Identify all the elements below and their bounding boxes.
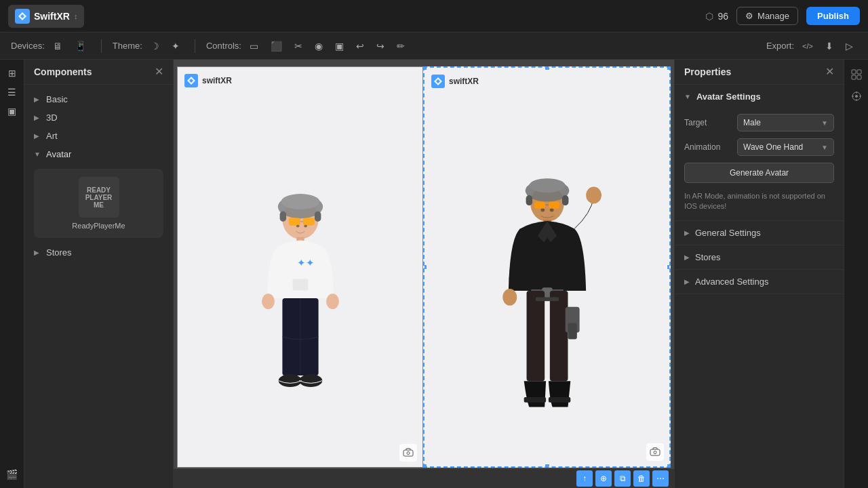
theme-star-btn[interactable]: ✦ [167, 38, 184, 54]
canvas-frame-1[interactable]: swiftXR [177, 66, 423, 468]
count-value: 96 [717, 11, 728, 22]
properties-panel-content: ▼ Avatar Settings Target Male ▼ Animati [675, 85, 844, 488]
sidebar-layers-btn[interactable]: ☰ [3, 84, 20, 100]
manage-button[interactable]: ⚙ Manage [736, 7, 798, 25]
canvas-copy-btn[interactable]: ⧉ [614, 470, 631, 487]
resize-br[interactable] [667, 464, 671, 468]
svg-point-44 [654, 451, 656, 454]
far-right-btn-1[interactable] [847, 65, 866, 84]
properties-panel-header: Properties ✕ [675, 60, 844, 85]
frame1-ar-icon[interactable] [399, 444, 417, 462]
svg-rect-25 [561, 195, 568, 205]
canvas-extra-btn[interactable]: ⋯ [652, 470, 669, 487]
controls-pen-btn[interactable]: ✏ [393, 38, 409, 54]
properties-panel-close[interactable]: ✕ [825, 66, 834, 77]
component-art[interactable]: ▶ Art [24, 127, 173, 145]
export-code-btn[interactable]: </> [798, 39, 817, 53]
sidebar-assets-btn[interactable]: ▣ [3, 103, 20, 119]
export-download-btn[interactable]: ⬇ [821, 38, 837, 54]
svg-rect-4 [314, 211, 321, 222]
controls-frame-btn[interactable]: ▣ [331, 38, 348, 54]
stores-section[interactable]: ▶ Stores [675, 245, 844, 270]
svg-point-17 [278, 374, 301, 387]
components-panel: Components ✕ ▶ Basic ▶ 3D ▶ Art ▼ Avatar [24, 60, 174, 488]
svg-point-13 [262, 293, 275, 309]
sidebar-components-btn[interactable]: ⊞ [4, 65, 20, 81]
resize-bl[interactable] [423, 464, 427, 468]
avatar-settings-header[interactable]: ▼ Avatar Settings [675, 85, 844, 108]
3d-arrow: ▶ [34, 114, 42, 121]
export-share-btn[interactable]: ▷ [842, 38, 857, 54]
components-panel-close[interactable]: ✕ [155, 66, 163, 77]
project-arrow: ↕ [74, 12, 78, 20]
controls-eye-btn[interactable]: ◉ [311, 38, 327, 54]
target-select[interactable]: Male ▼ [737, 114, 834, 131]
svg-point-34 [502, 289, 517, 306]
main-area: ⊞ ☰ ▣ 🎬 Components ✕ ▶ Basic ▶ 3D ▶ Art [0, 60, 868, 488]
generate-avatar-btn[interactable]: Generate Avatar [684, 163, 834, 183]
svg-rect-45 [852, 70, 856, 74]
canvas-align-btn[interactable]: ⊕ [595, 470, 612, 487]
divider-2 [195, 39, 195, 53]
theme-moon-btn[interactable]: ☽ [146, 38, 163, 54]
advanced-settings-title: Advanced Settings [695, 277, 768, 287]
canvas-inner: swiftXR [177, 66, 671, 468]
desktop-device-btn[interactable]: 🖥 [49, 38, 66, 54]
avatar-settings-arrow: ▼ [684, 93, 691, 100]
resize-bc[interactable] [545, 464, 550, 468]
advanced-settings-arrow: ▶ [684, 278, 690, 285]
svg-point-23 [529, 178, 565, 192]
resize-tc[interactable] [545, 66, 550, 70]
animation-select[interactable]: Wave One Hand ▼ [737, 138, 834, 156]
controls-lock-btn[interactable]: ⬛ [267, 38, 286, 54]
devices-label: Devices: [11, 41, 45, 51]
svg-point-14 [326, 293, 339, 309]
resize-tr[interactable] [667, 66, 671, 70]
controls-undo-btn[interactable]: ↩ [352, 38, 368, 54]
component-avatar[interactable]: ▼ Avatar [24, 145, 173, 163]
frame2-ar-icon[interactable] [646, 443, 664, 461]
3d-label: 3D [46, 113, 58, 123]
components-panel-title: Components [34, 66, 92, 77]
resize-mr[interactable] [667, 264, 671, 270]
controls-redo-btn[interactable]: ↪ [372, 38, 389, 54]
canvas-frame-2[interactable]: swiftXR [423, 66, 671, 468]
svg-rect-38 [535, 297, 558, 301]
stores-arrow: ▶ [684, 253, 690, 261]
controls-rect-btn[interactable]: ▭ [245, 38, 262, 54]
sidebar-video-btn[interactable]: 🎬 [2, 466, 22, 483]
controls-group: Controls: ▭ ⬛ ✂ ◉ ▣ ↩ ↪ ✏ [206, 38, 409, 54]
general-settings-arrow: ▶ [684, 229, 690, 237]
publish-button[interactable]: Publish [806, 7, 860, 25]
count-icon: ⬡ [705, 11, 713, 22]
advanced-settings-section[interactable]: ▶ Advanced Settings [675, 270, 844, 294]
avatar-settings-body: Target Male ▼ Animation Wave One Hand ▼ [675, 108, 844, 220]
components-panel-content: ▶ Basic ▶ 3D ▶ Art ▼ Avatar READYPLAYERM… [24, 85, 173, 488]
resize-tl[interactable] [423, 66, 427, 70]
controls-label: Controls: [206, 41, 241, 51]
mobile-device-btn[interactable]: 📱 [71, 38, 90, 54]
component-3d[interactable]: ▶ 3D [24, 108, 173, 127]
frame2-logo: swiftXR [431, 75, 479, 88]
component-stores[interactable]: ▶ Stores [24, 243, 173, 262]
component-basic[interactable]: ▶ Basic [24, 90, 173, 108]
svg-rect-42 [568, 323, 576, 340]
svg-point-20 [407, 452, 410, 455]
ready-player-me-card[interactable]: READYPLAYERME ReadyPlayerMe [34, 169, 163, 238]
resize-ml[interactable] [423, 264, 427, 270]
canvas-up-btn[interactable]: ↑ [576, 470, 593, 487]
animation-label: Animation [684, 142, 732, 152]
canvas-delete-btn[interactable]: 🗑 [633, 470, 650, 487]
target-label: Target [684, 118, 732, 127]
toolbar: Devices: 🖥 📱 Theme: ☽ ✦ Controls: ▭ ⬛ ✂ … [0, 33, 868, 60]
target-value: Male [743, 118, 761, 127]
target-select-arrow: ▼ [821, 119, 828, 127]
project-selector[interactable]: SwiftXR ↕ [8, 5, 84, 28]
far-right-btn-2[interactable] [847, 87, 866, 106]
avatar-settings-section: ▼ Avatar Settings Target Male ▼ Animati [675, 85, 844, 221]
general-settings-section[interactable]: ▶ General Settings [675, 221, 844, 245]
export-group: Export: </> ⬇ ▷ [766, 38, 857, 54]
export-label: Export: [766, 41, 794, 51]
svg-point-30 [549, 209, 553, 212]
controls-crop-btn[interactable]: ✂ [290, 38, 307, 54]
